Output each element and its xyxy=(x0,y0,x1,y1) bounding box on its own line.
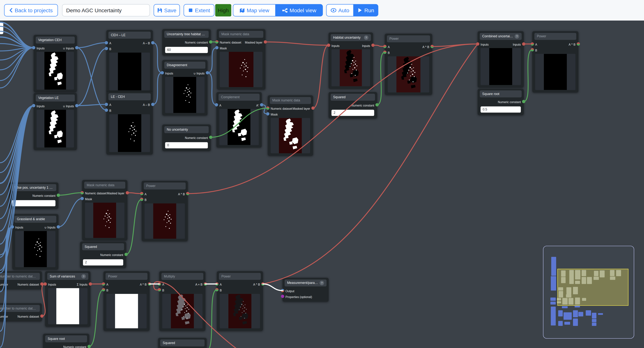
input-port[interactable] xyxy=(32,46,35,49)
input-port[interactable] xyxy=(266,107,270,110)
node-squaredtop[interactable]: SquaredNumeric constant xyxy=(328,92,377,118)
output-port[interactable] xyxy=(151,41,154,44)
output-port[interactable] xyxy=(430,45,434,48)
input-port[interactable] xyxy=(215,288,218,291)
output-port[interactable] xyxy=(371,44,374,47)
node-squaredbot[interactable]: SquaredNumeric constant xyxy=(158,338,206,348)
input-port[interactable] xyxy=(102,282,105,286)
node-disagree[interactable]: DisagreementInputs∪ Inputs xyxy=(162,60,208,115)
node-falsepos[interactable]: False pos. uncertainty 1 s.d. tC/haNumer… xyxy=(9,182,58,209)
output-port[interactable] xyxy=(261,282,264,286)
node-sumvar[interactable]: Sum of variances?InputsΣ Inputs xyxy=(45,271,90,327)
input-port[interactable] xyxy=(281,289,284,292)
node-title-bar[interactable]: Number to numeric dataset xyxy=(0,273,40,280)
project-name-input[interactable] xyxy=(62,4,150,17)
node-title-bar[interactable]: Power xyxy=(534,33,576,40)
input-port[interactable] xyxy=(531,43,534,46)
input-port[interactable] xyxy=(102,288,105,291)
output-port[interactable] xyxy=(209,136,212,139)
node-sqrtbot[interactable]: Square rootNumeric constant xyxy=(43,334,89,348)
node-vegceh[interactable]: Vegetation CEHInputs∪ Inputs xyxy=(34,35,77,92)
node-title-bar[interactable]: Squared xyxy=(160,339,204,346)
input-port[interactable] xyxy=(266,112,270,115)
extent-button[interactable]: Extent xyxy=(184,4,214,17)
output-port[interactable] xyxy=(57,225,60,228)
node-powertr[interactable]: PowerAA ^ BB xyxy=(532,31,578,93)
output-port[interactable] xyxy=(260,103,263,106)
node-complement[interactable]: ComplementAA′ xyxy=(216,92,262,147)
output-port[interactable] xyxy=(209,40,212,44)
node-title-bar[interactable]: Disagreement xyxy=(164,62,205,69)
input-port[interactable] xyxy=(215,46,218,49)
node-mask2[interactable]: Mask numeric dataNumeric datasetMasked l… xyxy=(268,95,313,156)
node-leceh[interactable]: LE - CEHAA – BB xyxy=(106,92,153,155)
output-port[interactable] xyxy=(204,282,207,286)
node-powerb1[interactable]: PowerAA ^ BB xyxy=(104,271,150,331)
numeric-constant-input[interactable] xyxy=(165,142,208,148)
input-port[interactable] xyxy=(327,44,330,47)
node-title-bar[interactable]: Vegetation CEH xyxy=(36,37,75,44)
output-port[interactable] xyxy=(151,103,154,106)
node-powermid[interactable]: PowerAA ^ BB xyxy=(142,181,188,241)
node-title-bar[interactable]: Square root xyxy=(480,91,522,98)
back-to-projects-button[interactable]: Back to projects xyxy=(4,4,58,17)
node-title-bar[interactable]: Mask numeric data xyxy=(219,31,263,38)
save-button[interactable]: Save xyxy=(154,4,180,17)
node-squaredmid[interactable]: SquaredNumeric constant xyxy=(80,242,126,268)
numeric-constant-input[interactable] xyxy=(83,259,123,266)
output-port[interactable] xyxy=(126,191,129,194)
auto-run-toggle[interactable]: Auto xyxy=(326,4,354,17)
node-grassland[interactable]: Grassland & arableInputs∪ Inputs xyxy=(12,214,58,270)
node-title-bar[interactable]: No uncertainty xyxy=(164,126,208,133)
node-title-bar[interactable]: CEH – LE xyxy=(108,32,151,39)
output-port[interactable] xyxy=(124,253,128,256)
numeric-constant-input[interactable] xyxy=(12,200,56,206)
input-port[interactable] xyxy=(215,103,218,106)
output-port[interactable] xyxy=(75,104,78,107)
node-title-bar[interactable]: Vegetation LE xyxy=(36,95,75,101)
output-port[interactable] xyxy=(264,40,267,44)
output-port[interactable] xyxy=(522,43,525,46)
numeric-constant-input[interactable] xyxy=(332,110,374,116)
output-port[interactable] xyxy=(75,46,78,49)
output-port[interactable] xyxy=(186,192,189,195)
node-title-bar[interactable]: False pos. uncertainty 1 s.d. tC/ha xyxy=(11,184,56,191)
node-multiply[interactable]: MultiplyAA × BB xyxy=(160,271,205,331)
output-port[interactable] xyxy=(57,194,60,197)
input-port[interactable] xyxy=(281,295,284,298)
input-port[interactable] xyxy=(531,48,534,51)
node-title-bar[interactable]: Grassland & arable xyxy=(14,216,56,223)
input-port[interactable] xyxy=(105,109,108,112)
output-port[interactable] xyxy=(148,282,151,286)
model-view-button[interactable]: Model view xyxy=(276,4,323,17)
input-port[interactable] xyxy=(383,51,386,54)
input-port[interactable] xyxy=(32,104,35,107)
node-treebound[interactable]: Uncertainty tree habitat boundaryNumeric… xyxy=(162,29,211,56)
node-vegle[interactable]: Vegetation LEInputs∪ Inputs xyxy=(34,93,77,150)
node-title-bar[interactable]: Square root xyxy=(45,335,87,342)
input-port[interactable] xyxy=(11,225,14,228)
node-powerb2[interactable]: PowerAA ^ BB xyxy=(217,271,263,331)
input-port[interactable] xyxy=(105,41,108,44)
output-port[interactable] xyxy=(522,100,525,103)
input-port[interactable] xyxy=(158,282,161,286)
minimap-viewport[interactable] xyxy=(557,269,628,306)
input-port[interactable] xyxy=(105,47,108,50)
input-port[interactable] xyxy=(140,192,143,195)
node-sqrttop[interactable]: Square rootNumeric constant xyxy=(478,89,524,115)
node-title-bar[interactable]: Multiply xyxy=(162,273,203,280)
input-port[interactable] xyxy=(140,198,143,201)
run-button[interactable]: Run xyxy=(354,4,378,17)
output-port[interactable] xyxy=(40,314,44,318)
output-port[interactable] xyxy=(577,43,580,46)
node-title-bar[interactable]: Complement xyxy=(218,94,260,101)
input-port[interactable] xyxy=(160,71,164,74)
input-port[interactable] xyxy=(158,288,161,291)
node-mask3[interactable]: Mask numeric dataNumeric datasetMasked l… xyxy=(82,180,127,240)
help-icon[interactable]: ? xyxy=(364,35,368,40)
map-view-button[interactable]: Map view xyxy=(233,4,276,17)
output-port[interactable] xyxy=(311,107,314,110)
minimap[interactable] xyxy=(543,246,634,339)
node-title-bar[interactable]: Uncertainty tree habitat boundary xyxy=(164,31,208,38)
output-port[interactable] xyxy=(206,71,209,74)
